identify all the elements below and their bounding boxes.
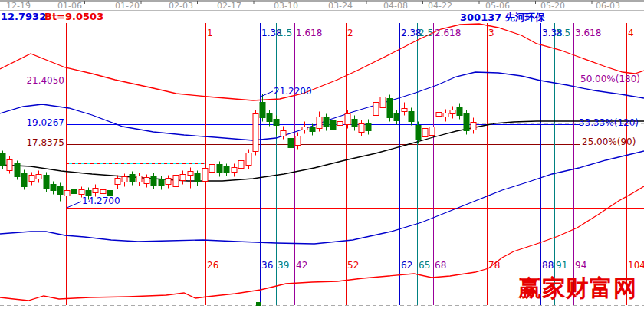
date-label: 02-03 [169, 1, 193, 11]
candlestick [51, 182, 56, 195]
stock-code-name: 300137 先河环保 [460, 11, 545, 25]
date-label: 01-06 [58, 1, 82, 11]
candlestick [166, 176, 171, 189]
candlestick [209, 161, 215, 176]
high-annotation-21-2200: 21.2200 [274, 87, 312, 97]
date-label: 01-20 [115, 1, 140, 11]
gann-ratio-label: 1 [207, 28, 213, 38]
candlestick [471, 118, 476, 134]
gann-count-label: 62 [401, 260, 412, 271]
candlestick [443, 110, 449, 122]
indicator-value-left: 12.7932 [1, 11, 46, 22]
gann-count-label: 94 [575, 260, 586, 271]
moving-average-black [0, 121, 644, 181]
date-label: 03-10 [274, 1, 298, 11]
date-label: 04-22 [428, 1, 452, 11]
candlestick [58, 183, 63, 202]
gann-ratio-label: 3.618 [575, 28, 601, 38]
candlestick [238, 157, 244, 173]
low-annotation-14-2700: 14.2700 [82, 196, 120, 206]
gann-ratio-label: 2.618 [435, 28, 461, 38]
price-label-21-4050: 21.4050 [26, 76, 64, 86]
gann-ratio-label: 3.5 [556, 28, 570, 38]
date-label: 03-24 [328, 1, 353, 11]
bt-indicator-value: Bt=9.0503 [44, 11, 104, 22]
gann-count-label: 42 [296, 260, 307, 271]
date-label: 12-19 [6, 1, 31, 11]
gann-count-label: 78 [488, 260, 500, 271]
candlestick [464, 110, 469, 135]
candlestick [202, 166, 208, 186]
date-label: 05-06 [485, 1, 510, 11]
site-watermark: 赢家财富网 [518, 273, 637, 304]
candlestick [44, 173, 49, 192]
candlestick [217, 162, 222, 177]
date-label: 05-20 [540, 1, 565, 11]
candlestick [288, 135, 294, 153]
price-label-19-0267: 19.0267 [26, 118, 64, 128]
gann-count-label: 36 [261, 260, 273, 271]
gann-count-label: 88 [542, 260, 554, 271]
candlestick [422, 125, 428, 141]
event-marker [256, 302, 261, 306]
date-label: 06-03 [596, 1, 620, 11]
candlestick [281, 127, 286, 140]
candlestick [387, 95, 393, 122]
stock-chart-window: 12.7932 Bt=9.0503 300137 先河环保 21.4050 19… [0, 0, 644, 309]
candlestick [15, 161, 20, 180]
candlestick [394, 110, 399, 125]
candlestick [71, 186, 77, 199]
date-label: 02-17 [217, 1, 242, 11]
candlestick [302, 122, 307, 134]
retracement-label-25pct: 25.00%(90) [582, 137, 636, 147]
candlestick [232, 164, 237, 177]
gann-count-label: 104 [628, 260, 644, 271]
gann-ratio-label: 1.618 [296, 28, 322, 38]
candlestick [324, 114, 329, 131]
price-label-17-8375: 17.8375 [26, 138, 64, 148]
candlestick [64, 188, 70, 207]
candlestick [136, 173, 142, 186]
retracement-label-33pct: 33.33%(120) [579, 118, 639, 128]
candlestick [457, 104, 462, 120]
candlestick [7, 156, 12, 174]
candlestick [373, 99, 379, 120]
candlestick [450, 107, 455, 119]
candlestick [130, 172, 135, 186]
candlestick [195, 171, 200, 186]
candlestick [122, 174, 127, 187]
annotation-leader [67, 202, 81, 208]
candlestick [29, 173, 34, 186]
gann-count-label: 91 [556, 260, 567, 271]
candlestick [295, 133, 301, 150]
candlestick [173, 173, 179, 191]
upper-band-blue [0, 72, 644, 140]
candlestick [180, 171, 186, 185]
candlestick [366, 120, 371, 135]
candlestick [317, 112, 322, 132]
gann-count-label: 26 [207, 260, 219, 271]
gann-count-label: 52 [347, 260, 359, 271]
retracement-label-50pct: 50.00%(180) [580, 74, 640, 84]
candlestick [380, 93, 386, 112]
candlestick [402, 103, 407, 116]
candlestick [21, 170, 27, 190]
candlestick [151, 173, 156, 189]
candlestick [359, 120, 364, 136]
date-label: 04-08 [383, 1, 408, 11]
gann-ratio-label: 3 [488, 28, 495, 38]
candlestick [260, 94, 265, 122]
candlestick [436, 109, 442, 121]
candlestick [246, 150, 251, 169]
candlestick [409, 108, 414, 126]
candlestick [274, 116, 279, 136]
gann-count-label: 68 [435, 260, 446, 271]
gann-ratio-label: 2 [347, 28, 353, 38]
candlestick [188, 168, 193, 189]
candlestick [115, 176, 120, 189]
candlestick [159, 176, 164, 190]
gann-count-label: 65 [419, 260, 430, 271]
candlestick [0, 151, 5, 169]
candlestick [267, 110, 272, 127]
candlestick [253, 110, 258, 156]
